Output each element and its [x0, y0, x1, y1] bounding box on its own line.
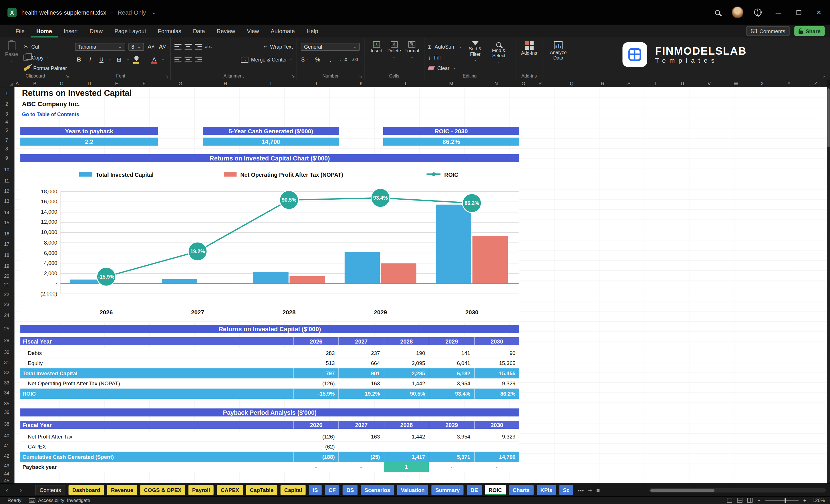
row-header-19[interactable]: 19: [0, 263, 13, 270]
column-header-K[interactable]: K: [357, 81, 365, 86]
table-row[interactable]: Equity 513 664 2,095 6,041 15,365: [20, 358, 519, 369]
sheet-tab[interactable]: Valuation: [397, 485, 428, 495]
comments-button[interactable]: Comments: [746, 26, 790, 36]
normal-view-icon[interactable]: [727, 498, 732, 503]
row-header-16[interactable]: 16: [0, 231, 13, 237]
sheet-tab[interactable]: Scenarios: [361, 485, 394, 495]
align-top-icon[interactable]: [174, 44, 181, 50]
column-header-V[interactable]: V: [705, 81, 713, 86]
align-right-icon[interactable]: [195, 56, 202, 62]
ribbon-tab[interactable]: View: [241, 25, 265, 37]
table-row[interactable]: Net Profit After Tax (126) 163 1,442 3,9…: [20, 431, 519, 442]
column-header-W[interactable]: W: [732, 81, 740, 86]
column-header-J[interactable]: J: [312, 81, 320, 86]
column-header-S[interactable]: S: [625, 81, 633, 86]
column-header-Y[interactable]: Y: [785, 81, 793, 86]
row-header-32[interactable]: 32: [0, 370, 13, 376]
format-painter-button[interactable]: Format Painter: [24, 63, 67, 73]
ribbon-tab[interactable]: Draw: [84, 25, 109, 37]
row-header-43[interactable]: 43: [0, 463, 13, 469]
column-header-U[interactable]: U: [678, 81, 687, 86]
web-version-button[interactable]: [747, 0, 768, 25]
sheet-tab[interactable]: Charts: [509, 485, 533, 495]
decrease-decimal-button[interactable]: .00→: [352, 57, 362, 62]
table-row[interactable]: Total Invested Capital 797 901 2,285 6,1…: [20, 369, 519, 379]
next-sheet-icon[interactable]: ›: [14, 486, 28, 494]
sheet-tab[interactable]: KPIs: [537, 485, 556, 495]
table-row[interactable]: CAPEX (62) - - - -: [20, 442, 519, 452]
table-of-contents-link[interactable]: Go to Table of Contents: [22, 111, 79, 117]
column-header-Z[interactable]: Z: [811, 81, 820, 86]
maximize-button[interactable]: [789, 0, 809, 25]
accounting-format-button[interactable]: $: [301, 55, 309, 64]
sheet-tab[interactable]: ROIC: [485, 485, 506, 495]
paste-button[interactable]: Paste: [4, 41, 20, 73]
column-header-E[interactable]: E: [113, 81, 121, 86]
number-dialog-launcher-icon[interactable]: [359, 74, 362, 78]
row-header-4[interactable]: 4: [0, 119, 13, 125]
row-header-12[interactable]: 12: [0, 189, 13, 194]
column-header-Q[interactable]: Q: [568, 81, 576, 86]
horizontal-scrollbar[interactable]: [649, 488, 826, 493]
row-header-3[interactable]: 3: [0, 111, 13, 117]
row-header-9[interactable]: 9: [0, 155, 13, 161]
table-row[interactable]: Payback year - - 1 - -: [20, 462, 519, 472]
shrink-font-button[interactable]: A˅: [158, 42, 166, 51]
row-header-40[interactable]: 40: [0, 433, 13, 439]
row-header-1[interactable]: 1: [0, 91, 13, 97]
column-header-F[interactable]: F: [139, 81, 148, 86]
align-middle-icon[interactable]: [185, 44, 192, 50]
column-header-N[interactable]: N: [492, 81, 501, 86]
row-header-11[interactable]: 11: [0, 178, 13, 184]
number-format-combobox[interactable]: General: [301, 43, 360, 51]
collapse-ribbon-icon[interactable]: [822, 73, 826, 78]
sheet-tab[interactable]: Capital: [281, 485, 306, 495]
font-color-button[interactable]: A: [150, 55, 158, 64]
zoom-in-button[interactable]: +: [803, 497, 806, 503]
more-sheets-icon[interactable]: •••: [577, 487, 584, 493]
sheet-tab[interactable]: CF: [325, 485, 340, 495]
sheet-tab[interactable]: IS: [309, 485, 322, 495]
row-header-34[interactable]: 34: [0, 390, 13, 396]
increase-decimal-button[interactable]: ←.0: [339, 57, 347, 62]
column-header-O[interactable]: O: [519, 81, 528, 86]
row-header-13[interactable]: 13: [0, 198, 13, 204]
borders-button[interactable]: ⊞: [115, 55, 123, 64]
row-header-5[interactable]: 5: [0, 127, 13, 133]
chevron-down-icon[interactable]: [109, 57, 112, 62]
sheet-tab[interactable]: Summary: [432, 485, 463, 495]
font-size-combobox[interactable]: 8: [128, 43, 144, 51]
column-header-L[interactable]: L: [402, 81, 410, 86]
column-header-C[interactable]: C: [57, 81, 66, 86]
sheet-tab[interactable]: BS: [343, 485, 357, 495]
comma-style-button[interactable]: ,: [327, 55, 334, 64]
sheet-tab[interactable]: Revenue: [107, 485, 137, 495]
sheet-tab[interactable]: BE: [467, 485, 482, 495]
column-header-I[interactable]: I: [266, 81, 275, 86]
sheet-tab[interactable]: Contents: [35, 485, 65, 495]
column-header-R[interactable]: R: [598, 81, 607, 86]
chevron-down-icon[interactable]: [161, 57, 164, 62]
account-button[interactable]: [727, 0, 747, 25]
sheet-tab[interactable]: CAPEX: [217, 485, 243, 495]
table-row[interactable]: ROIC -15.9% 19.2% 90.5% 93.4% 86.2%: [20, 389, 519, 399]
font-name-combobox[interactable]: Tahoma: [75, 43, 125, 51]
column-header-H[interactable]: H: [221, 81, 230, 86]
ribbon-tab[interactable]: Automate: [265, 25, 300, 37]
align-left-icon[interactable]: [174, 56, 181, 62]
row-header-44[interactable]: 44: [0, 471, 13, 477]
horizontal-scrollbar-thumb[interactable]: [650, 489, 715, 492]
clipboard-dialog-launcher-icon[interactable]: [66, 74, 69, 78]
font-dialog-launcher-icon[interactable]: [165, 74, 169, 78]
analyze-data-button[interactable]: Analyze Data: [548, 41, 568, 72]
table-row[interactable]: Debts 283 237 190 141 90: [20, 348, 519, 358]
previous-sheet-icon[interactable]: ‹: [0, 486, 14, 494]
merge-center-button[interactable]: ↔Merge & Center: [241, 56, 293, 62]
row-header-36[interactable]: 36: [0, 410, 13, 416]
clear-button[interactable]: Clear: [428, 63, 462, 73]
row-header-24[interactable]: 24: [0, 313, 13, 319]
row-header-20[interactable]: 20: [0, 274, 13, 280]
format-cells-button[interactable]: ✎Format: [404, 41, 420, 72]
row-header-28[interactable]: 28: [0, 338, 13, 344]
title-chevron-icon[interactable]: ⌄: [152, 10, 156, 15]
